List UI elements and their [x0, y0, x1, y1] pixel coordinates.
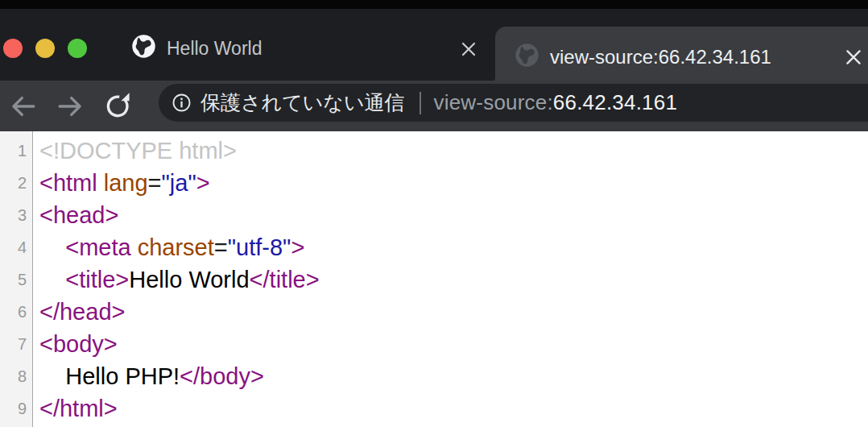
- reload-button[interactable]: [104, 92, 133, 121]
- source-line: 3<head>: [0, 199, 868, 231]
- security-chip[interactable]: 保護されていない通信: [159, 89, 405, 116]
- globe-icon: [131, 34, 156, 59]
- line-number: 8: [0, 360, 33, 392]
- view-source-content: 1<!DOCTYPE html>2<html lang="ja">3<head>…: [0, 131, 868, 427]
- source-line-text: </html>: [33, 392, 118, 425]
- line-number: 7: [0, 328, 33, 360]
- reload-icon: [105, 93, 132, 120]
- line-number: 9: [0, 392, 33, 425]
- source-code: 1<!DOCTYPE html>2<html lang="ja">3<head>…: [0, 135, 868, 425]
- window-top-edge: [0, 0, 868, 9]
- source-line: 4 <meta charset="utf-8">: [0, 231, 868, 263]
- url-host: 66.42.34.161: [553, 90, 677, 115]
- source-line-text: <body>: [33, 328, 118, 360]
- line-number: 1: [0, 135, 33, 167]
- tab-title[interactable]: Hello World: [167, 38, 262, 60]
- forward-button[interactable]: [56, 92, 85, 121]
- url-scheme: view-source:: [434, 90, 553, 115]
- source-line: 5 <title>Hello World</title>: [0, 263, 868, 296]
- source-line-text: Hello PHP!</body>: [33, 360, 264, 392]
- arrow-right-icon: [56, 92, 85, 121]
- tab-title: view-source:66.42.34.161: [550, 46, 771, 68]
- line-number: 2: [0, 167, 33, 199]
- source-line-text: <html lang="ja">: [33, 167, 210, 199]
- tab-bar: Hello World view-source:66.42.34.161: [0, 9, 868, 81]
- traffic-lights: [3, 39, 87, 58]
- line-number: 3: [0, 199, 33, 231]
- source-line: 7<body>: [0, 328, 868, 360]
- line-number: 6: [0, 296, 33, 328]
- line-number: 5: [0, 263, 33, 296]
- globe-icon: [515, 43, 539, 68]
- source-line: 8 Hello PHP!</body>: [0, 360, 868, 392]
- source-line-text: <title>Hello World</title>: [33, 263, 320, 296]
- back-button[interactable]: [8, 92, 37, 121]
- omnibox-separator: [420, 92, 421, 114]
- address-bar[interactable]: 保護されていない通信 view-source: 66.42.34.161: [159, 84, 868, 122]
- source-line-text: <!DOCTYPE html>: [33, 135, 237, 167]
- close-icon[interactable]: [457, 38, 480, 60]
- zoom-window-button[interactable]: [68, 39, 87, 58]
- source-line: 1<!DOCTYPE html>: [0, 135, 868, 167]
- source-line-text: <head>: [33, 199, 118, 231]
- source-line: 9</html>: [0, 392, 868, 425]
- info-icon: [172, 93, 192, 113]
- source-line-text: </head>: [33, 296, 125, 328]
- security-label: 保護されていない通信: [200, 89, 405, 116]
- close-window-button[interactable]: [3, 39, 23, 58]
- source-line: 6</head>: [0, 296, 868, 328]
- minimize-window-button[interactable]: [35, 39, 55, 58]
- source-line: 2<html lang="ja">: [0, 167, 868, 199]
- close-icon[interactable]: [842, 46, 865, 68]
- browser-toolbar: 保護されていない通信 view-source: 66.42.34.161: [0, 81, 868, 131]
- line-number: 4: [0, 231, 33, 263]
- source-line-text: <meta charset="utf-8">: [33, 231, 304, 263]
- arrow-left-icon: [8, 92, 37, 121]
